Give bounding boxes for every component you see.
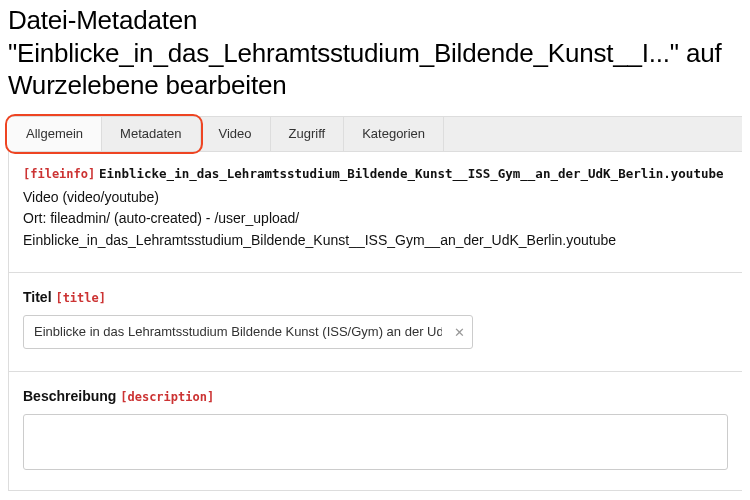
title-input-wrap: ✕ [23, 315, 473, 349]
fileinfo-filename: Einblicke_in_das_Lehramtsstudium_Bildend… [99, 166, 724, 181]
page-title: Datei-Metadaten "Einblicke_in_das_Lehram… [8, 4, 742, 102]
close-icon: ✕ [454, 324, 465, 339]
file-mimetype: Video (video/youtube) [23, 187, 728, 209]
section-divider [9, 272, 742, 273]
description-field-label: Beschreibung [description] [23, 388, 728, 404]
description-field-tag: [description] [120, 390, 214, 404]
tab-zugriff[interactable]: Zugriff [271, 117, 345, 151]
file-location-block: Video (video/youtube) Ort: fileadmin/ (a… [23, 187, 728, 252]
description-textarea[interactable] [23, 414, 728, 470]
tab-allgemein[interactable]: Allgemein [8, 117, 102, 151]
title-input[interactable] [23, 315, 473, 349]
tab-metadaten[interactable]: Metadaten [102, 117, 200, 151]
tab-video[interactable]: Video [201, 117, 271, 151]
section-divider [9, 490, 742, 491]
tab-kategorien[interactable]: Kategorien [344, 117, 444, 151]
section-divider [9, 371, 742, 372]
tab-bar: Allgemein Metadaten Video Zugriff Katego… [8, 116, 742, 152]
file-location-filename: Einblicke_in_das_Lehramtsstudium_Bildend… [23, 230, 728, 252]
panel-allgemein: [fileinfo] Einblicke_in_das_Lehramtsstud… [8, 152, 742, 491]
file-location-prefix: Ort: fileadmin/ (auto-created) - /user_u… [23, 208, 728, 230]
fileinfo-tag: [fileinfo] [23, 167, 95, 181]
clear-title-button[interactable]: ✕ [454, 325, 465, 338]
title-field-label: Titel [title] [23, 289, 728, 305]
fileinfo-line: [fileinfo] Einblicke_in_das_Lehramtsstud… [23, 166, 728, 181]
title-field-tag: [title] [55, 291, 106, 305]
